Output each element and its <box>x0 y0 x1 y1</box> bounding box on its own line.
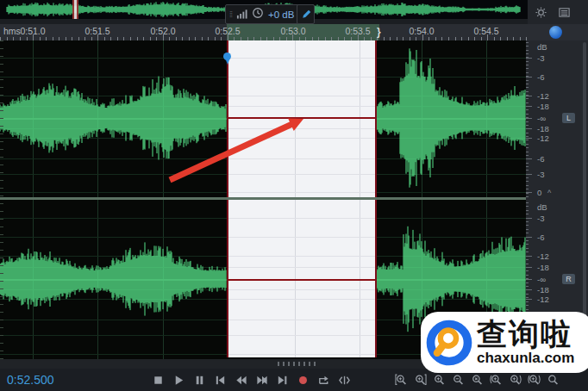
clock-icon <box>252 7 264 22</box>
zoom-in-time-button[interactable] <box>433 374 446 387</box>
db-label: -12 <box>537 295 549 304</box>
gain-value[interactable]: +0 dB <box>268 9 294 20</box>
skip-selection-button[interactable] <box>338 374 351 387</box>
playhead-marker[interactable] <box>222 53 232 66</box>
zoom-in-at-in-point-button[interactable] <box>395 374 408 387</box>
pause-button[interactable] <box>193 374 206 387</box>
selection-gridline <box>228 106 375 107</box>
zoom-controls <box>395 374 560 387</box>
timeline-ruler[interactable]: hms 0:51.00:51.50:52.00:52.50:53.00:53.5… <box>0 24 588 40</box>
selection-gridline <box>228 320 375 320</box>
vertical-scrollbar[interactable] <box>583 42 586 357</box>
db-label: -∞ <box>537 275 546 284</box>
stop-button[interactable] <box>152 374 165 387</box>
panel-menu-icon[interactable] <box>558 6 571 19</box>
db-label: -3 <box>537 53 544 63</box>
zoom-in-at-out-point-button[interactable] <box>414 374 427 387</box>
db-tick-major <box>526 237 532 238</box>
selection-gridline <box>228 267 375 268</box>
db-tick <box>526 155 529 156</box>
pen-icon <box>301 9 311 20</box>
selection-end-handle[interactable]: } <box>377 26 381 38</box>
panel-header <box>528 0 588 24</box>
db-tick-major <box>526 58 532 59</box>
db-tick-major <box>526 138 532 139</box>
db-tick <box>526 210 529 211</box>
db-tick <box>526 53 529 54</box>
ruler-tick <box>97 34 98 40</box>
db-tick <box>526 214 529 214</box>
zoom-bar-grip[interactable] <box>278 362 316 366</box>
silenced-waveform-right <box>228 279 375 281</box>
db-tick <box>526 133 529 133</box>
db-tick <box>526 193 529 194</box>
db-tick-major <box>526 96 532 96</box>
navigate-ball-icon[interactable] <box>549 26 562 39</box>
channel-badge-l[interactable]: L <box>562 113 575 123</box>
zoom-out-amplitude-button[interactable] <box>509 374 522 387</box>
zoom-reset-button[interactable] <box>471 374 484 387</box>
time-display[interactable]: 0:52.500 <box>7 373 54 387</box>
ruler-tick <box>292 34 293 40</box>
ruler-tick <box>33 34 34 40</box>
selection-gridline <box>228 354 375 355</box>
zoom-in-amplitude-button[interactable] <box>490 374 503 387</box>
level-meter-icon <box>236 7 247 22</box>
db-label: -12 <box>537 133 549 142</box>
db-tick <box>526 294 529 295</box>
db-tick <box>526 240 529 241</box>
record-button[interactable] <box>297 374 310 387</box>
db-tick <box>526 152 529 152</box>
zoom-to-selection-button[interactable] <box>528 374 541 387</box>
chaxunla-logo-icon <box>424 318 474 368</box>
meter-settings-icon[interactable] <box>535 6 547 19</box>
skip-to-start-button[interactable] <box>214 374 227 387</box>
db-tick-major <box>526 174 532 175</box>
fast-forward-button[interactable] <box>255 374 268 387</box>
db-label: -3 <box>537 169 544 178</box>
transport-controls <box>152 374 351 387</box>
channel-badge-r[interactable]: R <box>562 274 575 284</box>
db-tick-major <box>526 128 532 129</box>
gain-hud[interactable]: ⁞⁞ +0 dB <box>225 4 302 24</box>
selection-gridline <box>228 218 375 219</box>
rewind-button[interactable] <box>235 374 247 387</box>
db-tick-major <box>526 218 532 219</box>
db-tick <box>526 206 529 207</box>
db-tick <box>526 305 529 306</box>
db-tick <box>526 121 529 122</box>
silenced-waveform-left <box>228 117 375 119</box>
zoom-out-time-button[interactable] <box>452 374 465 387</box>
db-header: dB <box>537 202 547 212</box>
db-label: -∞ <box>537 114 546 123</box>
db-label: -18 <box>537 285 549 295</box>
selection-gridline <box>228 158 375 159</box>
play-button[interactable] <box>172 374 185 387</box>
db-label: 0 <box>537 187 541 196</box>
selection-gridline <box>228 77 375 78</box>
drag-handle-icon[interactable]: ⁞⁞ <box>229 10 232 19</box>
db-tick <box>526 42 529 43</box>
selection-gridline <box>228 192 375 193</box>
db-label: -12 <box>537 251 549 261</box>
selection-gridline <box>228 289 375 290</box>
db-tick-major <box>526 158 532 159</box>
selection-gridline <box>228 96 375 96</box>
ruler-tick <box>228 34 228 40</box>
db-tick-major <box>526 118 532 119</box>
db-tick <box>526 46 529 47</box>
db-tick <box>526 301 529 302</box>
db-tick <box>526 259 529 260</box>
loop-playback-button[interactable] <box>317 374 330 387</box>
zoom-full-button[interactable] <box>547 374 560 387</box>
collapse-chevron-icon[interactable]: ^ <box>547 189 551 197</box>
skip-to-end-button[interactable] <box>276 374 289 387</box>
overview-view-indicator[interactable] <box>72 0 78 19</box>
pen-tool-box[interactable] <box>297 4 315 24</box>
selection-gridline <box>228 128 375 129</box>
ruler-time-label: 0:54.5 <box>473 26 498 36</box>
db-label: -6 <box>537 153 544 163</box>
ruler-tick <box>422 34 423 40</box>
db-tick <box>526 286 529 287</box>
channel-divider[interactable] <box>0 197 526 200</box>
